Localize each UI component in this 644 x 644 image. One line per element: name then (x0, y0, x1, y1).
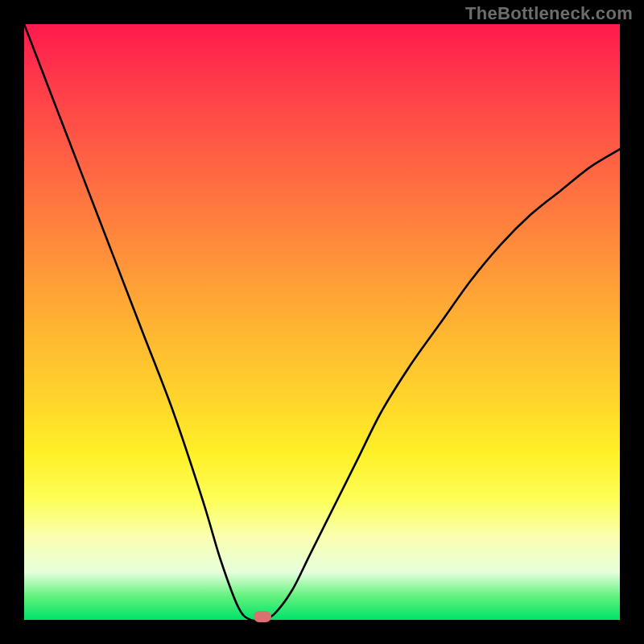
watermark-text: TheBottleneck.com (465, 3, 633, 24)
plot-area (24, 24, 620, 620)
curve-svg (24, 24, 620, 620)
bottleneck-curve-line (24, 24, 620, 621)
optimum-marker (254, 611, 271, 622)
chart-frame: TheBottleneck.com (0, 0, 644, 644)
